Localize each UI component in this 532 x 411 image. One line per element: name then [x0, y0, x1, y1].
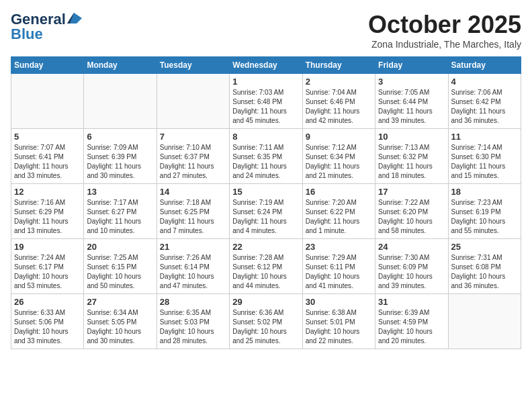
calendar-day-empty	[448, 294, 521, 349]
weekday-header-thursday: Thursday	[302, 57, 375, 74]
day-number: 15	[232, 187, 299, 197]
day-number: 16	[306, 187, 372, 197]
day-info: Sunrise: 7:03 AM Sunset: 6:48 PM Dayligh…	[232, 88, 299, 126]
calendar-day-8: 8Sunrise: 7:11 AM Sunset: 6:35 PM Daylig…	[230, 129, 302, 184]
day-info: Sunrise: 7:14 AM Sunset: 6:30 PM Dayligh…	[451, 143, 518, 181]
day-number: 7	[160, 132, 226, 142]
calendar-day-31: 31Sunrise: 6:39 AM Sunset: 4:59 PM Dayli…	[375, 294, 448, 349]
day-number: 2	[306, 77, 372, 87]
calendar-week-row: 5Sunrise: 7:07 AM Sunset: 6:41 PM Daylig…	[11, 129, 521, 184]
weekday-header-saturday: Saturday	[448, 57, 521, 74]
day-number: 14	[160, 187, 226, 197]
day-number: 9	[306, 132, 372, 142]
calendar-day-4: 4Sunrise: 7:06 AM Sunset: 6:42 PM Daylig…	[448, 74, 521, 129]
day-info: Sunrise: 7:20 AM Sunset: 6:22 PM Dayligh…	[306, 198, 372, 236]
calendar-day-15: 15Sunrise: 7:19 AM Sunset: 6:24 PM Dayli…	[230, 184, 302, 239]
calendar-day-16: 16Sunrise: 7:20 AM Sunset: 6:22 PM Dayli…	[302, 184, 375, 239]
calendar-day-12: 12Sunrise: 7:16 AM Sunset: 6:29 PM Dayli…	[11, 184, 84, 239]
day-number: 10	[378, 132, 445, 142]
title-block: October 2025 Zona Industriale, The March…	[368, 11, 521, 50]
day-number: 17	[378, 187, 445, 197]
day-info: Sunrise: 6:34 AM Sunset: 5:05 PM Dayligh…	[87, 308, 153, 346]
day-info: Sunrise: 7:06 AM Sunset: 6:42 PM Dayligh…	[451, 88, 518, 126]
day-number: 3	[378, 77, 445, 87]
day-info: Sunrise: 6:39 AM Sunset: 4:59 PM Dayligh…	[378, 308, 445, 346]
calendar-day-30: 30Sunrise: 6:38 AM Sunset: 5:01 PM Dayli…	[302, 294, 375, 349]
calendar-day-6: 6Sunrise: 7:09 AM Sunset: 6:39 PM Daylig…	[84, 129, 157, 184]
calendar-day-19: 19Sunrise: 7:24 AM Sunset: 6:17 PM Dayli…	[11, 239, 84, 294]
calendar-day-1: 1Sunrise: 7:03 AM Sunset: 6:48 PM Daylig…	[230, 74, 302, 129]
calendar-day-22: 22Sunrise: 7:28 AM Sunset: 6:12 PM Dayli…	[230, 239, 302, 294]
day-info: Sunrise: 7:26 AM Sunset: 6:14 PM Dayligh…	[160, 253, 226, 291]
day-number: 30	[306, 297, 372, 307]
day-info: Sunrise: 6:36 AM Sunset: 5:02 PM Dayligh…	[232, 308, 299, 346]
calendar-day-17: 17Sunrise: 7:22 AM Sunset: 6:20 PM Dayli…	[375, 184, 448, 239]
day-number: 8	[232, 132, 299, 142]
calendar-day-24: 24Sunrise: 7:30 AM Sunset: 6:09 PM Dayli…	[375, 239, 448, 294]
day-info: Sunrise: 6:35 AM Sunset: 5:03 PM Dayligh…	[160, 308, 226, 346]
calendar-day-18: 18Sunrise: 7:23 AM Sunset: 6:19 PM Dayli…	[448, 184, 521, 239]
day-number: 6	[87, 132, 153, 142]
calendar-day-empty	[11, 74, 84, 129]
weekday-header-friday: Friday	[375, 57, 448, 74]
weekday-header-sunday: Sunday	[11, 57, 84, 74]
day-info: Sunrise: 7:11 AM Sunset: 6:35 PM Dayligh…	[232, 143, 299, 181]
day-info: Sunrise: 6:33 AM Sunset: 5:06 PM Dayligh…	[14, 308, 81, 346]
calendar-day-empty	[157, 74, 229, 129]
calendar-day-20: 20Sunrise: 7:25 AM Sunset: 6:15 PM Dayli…	[84, 239, 157, 294]
logo-text-blue: Blue	[11, 26, 43, 43]
day-number: 23	[306, 242, 372, 252]
calendar-day-21: 21Sunrise: 7:26 AM Sunset: 6:14 PM Dayli…	[157, 239, 229, 294]
day-number: 4	[451, 77, 518, 87]
page-header: General Blue October 2025 Zona Industria…	[11, 11, 521, 50]
day-number: 29	[232, 297, 299, 307]
calendar-day-28: 28Sunrise: 6:35 AM Sunset: 5:03 PM Dayli…	[157, 294, 229, 349]
calendar-week-row: 1Sunrise: 7:03 AM Sunset: 6:48 PM Daylig…	[11, 74, 521, 129]
day-info: Sunrise: 7:04 AM Sunset: 6:46 PM Dayligh…	[306, 88, 372, 126]
day-info: Sunrise: 7:12 AM Sunset: 6:34 PM Dayligh…	[306, 143, 372, 181]
weekday-header-tuesday: Tuesday	[157, 57, 229, 74]
day-info: Sunrise: 7:30 AM Sunset: 6:09 PM Dayligh…	[378, 253, 445, 291]
day-number: 28	[160, 297, 226, 307]
day-number: 22	[232, 242, 299, 252]
calendar-day-3: 3Sunrise: 7:05 AM Sunset: 6:44 PM Daylig…	[375, 74, 448, 129]
location-subtitle: Zona Industriale, The Marches, Italy	[368, 39, 521, 50]
calendar-day-14: 14Sunrise: 7:18 AM Sunset: 6:25 PM Dayli…	[157, 184, 229, 239]
calendar-day-26: 26Sunrise: 6:33 AM Sunset: 5:06 PM Dayli…	[11, 294, 84, 349]
day-number: 12	[14, 187, 81, 197]
day-info: Sunrise: 6:38 AM Sunset: 5:01 PM Dayligh…	[306, 308, 372, 346]
day-info: Sunrise: 7:24 AM Sunset: 6:17 PM Dayligh…	[14, 253, 81, 291]
day-number: 13	[87, 187, 153, 197]
day-info: Sunrise: 7:28 AM Sunset: 6:12 PM Dayligh…	[232, 253, 299, 291]
weekday-header-monday: Monday	[84, 57, 157, 74]
weekday-header-row: SundayMondayTuesdayWednesdayThursdayFrid…	[11, 57, 521, 74]
day-number: 18	[451, 187, 518, 197]
calendar-week-row: 19Sunrise: 7:24 AM Sunset: 6:17 PM Dayli…	[11, 239, 521, 294]
calendar-day-7: 7Sunrise: 7:10 AM Sunset: 6:37 PM Daylig…	[157, 129, 229, 184]
day-info: Sunrise: 7:05 AM Sunset: 6:44 PM Dayligh…	[378, 88, 445, 126]
day-info: Sunrise: 7:23 AM Sunset: 6:19 PM Dayligh…	[451, 198, 518, 236]
day-number: 21	[160, 242, 226, 252]
logo: General Blue	[11, 11, 82, 43]
calendar-day-23: 23Sunrise: 7:29 AM Sunset: 6:11 PM Dayli…	[302, 239, 375, 294]
calendar-day-29: 29Sunrise: 6:36 AM Sunset: 5:02 PM Dayli…	[230, 294, 302, 349]
day-info: Sunrise: 7:22 AM Sunset: 6:20 PM Dayligh…	[378, 198, 445, 236]
day-number: 31	[378, 297, 445, 307]
day-number: 24	[378, 242, 445, 252]
month-title: October 2025	[368, 11, 521, 39]
weekday-header-wednesday: Wednesday	[230, 57, 302, 74]
calendar-day-empty	[84, 74, 157, 129]
day-number: 11	[451, 132, 518, 142]
calendar-week-row: 12Sunrise: 7:16 AM Sunset: 6:29 PM Dayli…	[11, 184, 521, 239]
calendar-day-25: 25Sunrise: 7:31 AM Sunset: 6:08 PM Dayli…	[448, 239, 521, 294]
calendar-day-13: 13Sunrise: 7:17 AM Sunset: 6:27 PM Dayli…	[84, 184, 157, 239]
day-info: Sunrise: 7:07 AM Sunset: 6:41 PM Dayligh…	[14, 143, 81, 181]
calendar-day-5: 5Sunrise: 7:07 AM Sunset: 6:41 PM Daylig…	[11, 129, 84, 184]
calendar-day-11: 11Sunrise: 7:14 AM Sunset: 6:30 PM Dayli…	[448, 129, 521, 184]
day-info: Sunrise: 7:16 AM Sunset: 6:29 PM Dayligh…	[14, 198, 81, 236]
logo-icon	[67, 13, 82, 24]
day-info: Sunrise: 7:19 AM Sunset: 6:24 PM Dayligh…	[232, 198, 299, 236]
day-number: 1	[232, 77, 299, 87]
day-number: 5	[14, 132, 81, 142]
day-info: Sunrise: 7:25 AM Sunset: 6:15 PM Dayligh…	[87, 253, 153, 291]
